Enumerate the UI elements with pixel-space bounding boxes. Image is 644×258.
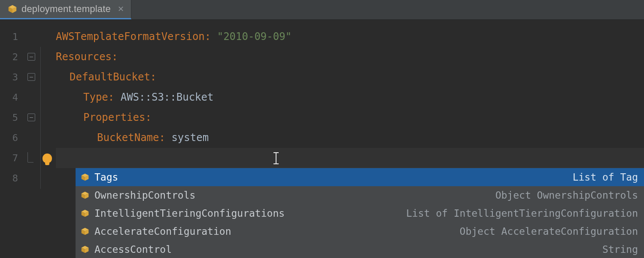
editor-tab-deployment-template[interactable]: deployment.template ✕ — [0, 0, 131, 19]
i-beam-cursor-icon — [272, 152, 280, 164]
cube-icon — [8, 4, 17, 14]
code-line-active[interactable]: Tags — [56, 148, 644, 168]
yaml-string: "2010-09-09" — [217, 31, 292, 43]
yaml-value: AWS::S3::Bucket — [121, 91, 214, 103]
autocomplete-item[interactable]: IntelligentTieringConfigurations List of… — [76, 204, 644, 222]
code-area[interactable]: AWSTemplateFormatVersion: "2010-09-09" R… — [56, 20, 644, 188]
autocomplete-type: String — [602, 244, 638, 255]
yaml-key: Resources — [56, 51, 112, 63]
fold-toggle[interactable] — [27, 73, 35, 81]
code-editor[interactable]: 1 2 3 4 5 6 7 8 AWSTemplateFormatVersion… — [0, 20, 644, 188]
line-number: 4 — [0, 87, 26, 108]
autocomplete-label: AccelerateConfiguration — [94, 226, 231, 237]
lightbulb-icon[interactable] — [43, 154, 52, 163]
code-line[interactable]: Resources: — [56, 47, 644, 67]
tab-bar: deployment.template ✕ — [0, 0, 644, 20]
tab-filename-label: deployment.template — [21, 3, 111, 15]
cube-icon — [81, 191, 89, 200]
fold-end-marker — [27, 152, 33, 163]
autocomplete-item[interactable]: AccessControl String — [76, 240, 644, 258]
line-number: 3 — [0, 67, 26, 87]
autocomplete-type: List of Tag — [573, 172, 638, 183]
intention-gutter — [39, 20, 56, 188]
cube-icon — [81, 245, 89, 254]
line-number: 6 — [0, 128, 26, 148]
close-tab-icon[interactable]: ✕ — [118, 4, 124, 14]
yaml-key: BucketName — [97, 132, 159, 144]
line-number: 8 — [0, 168, 26, 188]
yaml-value: system — [171, 132, 209, 144]
autocomplete-label: Tags — [94, 172, 118, 183]
yaml-key: AWSTemplateFormatVersion — [56, 31, 205, 43]
autocomplete-type: List of IntelligentTieringConfiguration — [406, 208, 638, 219]
yaml-key: Type — [83, 91, 108, 103]
autocomplete-label: IntelligentTieringConfigurations — [94, 208, 285, 219]
cube-icon — [81, 209, 89, 218]
code-line[interactable]: Type: AWS::S3::Bucket — [56, 87, 644, 108]
autocomplete-label: AccessControl — [94, 244, 172, 255]
line-number-gutter: 1 2 3 4 5 6 7 8 — [0, 20, 26, 188]
yaml-key: DefaultBucket — [70, 71, 150, 83]
code-line[interactable]: Properties: — [56, 108, 644, 128]
autocomplete-popup[interactable]: Tags List of Tag OwnershipControls Objec… — [76, 168, 644, 258]
indent-guide — [40, 47, 41, 189]
code-line[interactable]: DefaultBucket: — [56, 67, 644, 87]
line-number: 5 — [0, 108, 26, 128]
line-number: 1 — [0, 27, 26, 47]
code-line[interactable]: BucketName: system — [56, 128, 644, 148]
code-line[interactable]: AWSTemplateFormatVersion: "2010-09-09" — [56, 27, 644, 47]
cube-icon — [81, 227, 89, 236]
fold-toggle[interactable] — [27, 53, 35, 61]
autocomplete-item[interactable]: OwnershipControls Object OwnershipContro… — [76, 186, 644, 204]
autocomplete-item[interactable]: AccelerateConfiguration Object Accelerat… — [76, 222, 644, 240]
fold-toggle[interactable] — [27, 114, 35, 121]
line-number: 2 — [0, 47, 26, 67]
fold-gutter — [26, 20, 39, 188]
autocomplete-item[interactable]: Tags List of Tag — [76, 168, 644, 186]
autocomplete-type: Object AccelerateConfiguration — [460, 226, 638, 237]
cube-icon — [81, 173, 89, 181]
autocomplete-label: OwnershipControls — [94, 190, 195, 201]
yaml-key: Properties — [83, 111, 146, 123]
autocomplete-type: Object OwnershipControls — [495, 190, 638, 201]
line-number: 7 — [0, 148, 26, 168]
